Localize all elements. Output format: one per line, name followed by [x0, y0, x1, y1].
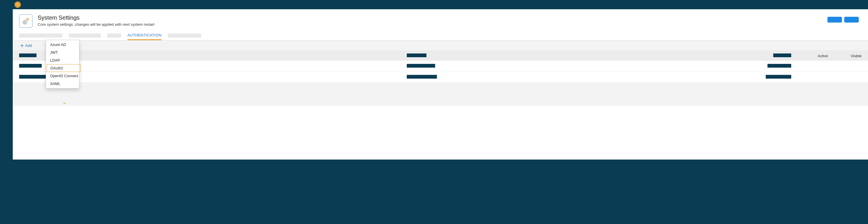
header-text: System Settings Core system settings, ch…: [38, 14, 154, 27]
dropdown-item-ldap[interactable]: LDAP: [46, 57, 79, 64]
content-wrap: System Settings Core system settings, ch…: [13, 9, 868, 159]
tab-placeholder[interactable]: [168, 34, 202, 38]
panel-footer: [13, 83, 868, 106]
svg-point-0: [27, 18, 28, 20]
topbar: O: [0, 0, 868, 9]
settings-icon-box: [19, 14, 32, 28]
header-action-button-2[interactable]: [844, 17, 859, 23]
dropdown-item-jwt[interactable]: JWT: [46, 48, 79, 57]
redacted-cell: [407, 75, 437, 79]
table-row[interactable]: [13, 61, 868, 72]
tab-placeholder[interactable]: [107, 34, 121, 38]
table-header-col2: [407, 53, 744, 58]
redacted-cell: [407, 64, 435, 68]
plus-icon: [20, 44, 24, 47]
toolbar: Add: [13, 40, 868, 51]
tab-label: AUTHENTICATION: [127, 33, 161, 37]
dropdown-item-openid-connect[interactable]: OpenID Connect: [46, 72, 79, 80]
header-action-button-1[interactable]: [828, 17, 842, 23]
tab-placeholder[interactable]: [19, 34, 63, 38]
tab-authentication[interactable]: AUTHENTICATION: [127, 31, 161, 40]
dropdown-item-saml[interactable]: SAML: [46, 80, 79, 87]
redacted-cell: [766, 75, 791, 79]
tab-placeholder[interactable]: [69, 34, 101, 38]
auth-providers-table: Active Visible: [13, 51, 868, 83]
avatar-initial: O: [17, 3, 19, 6]
page-header: System Settings Core system settings, ch…: [13, 9, 868, 31]
tabs-row: AUTHENTICATION: [13, 31, 868, 40]
table-header: Active Visible: [13, 51, 868, 61]
avatar[interactable]: O: [14, 1, 21, 8]
table-header-visible: Visible: [828, 54, 862, 58]
main-panel: System Settings Core system settings, ch…: [13, 9, 868, 159]
gear-icon: [21, 16, 31, 26]
add-button[interactable]: Add: [19, 43, 33, 48]
header-actions: [828, 14, 862, 23]
add-dropdown: Azure AD JWT LDAP OAuth2 OpenID Connect …: [46, 40, 80, 88]
page-subtitle: Core system settings, changes will be ap…: [38, 22, 154, 27]
dropdown-item-azure-ad[interactable]: Azure AD: [46, 41, 79, 48]
svg-point-1: [24, 21, 26, 24]
redacted-cell: [19, 64, 42, 68]
accent-mark: [63, 103, 66, 104]
redacted-cell: [768, 64, 791, 68]
page-title: System Settings: [38, 14, 154, 21]
table-header-col3: [744, 53, 794, 58]
dropdown-item-oauth2[interactable]: OAuth2: [46, 64, 81, 72]
add-button-label: Add: [25, 43, 32, 48]
table-row[interactable]: [13, 72, 868, 83]
table-header-active: Active: [794, 54, 828, 58]
